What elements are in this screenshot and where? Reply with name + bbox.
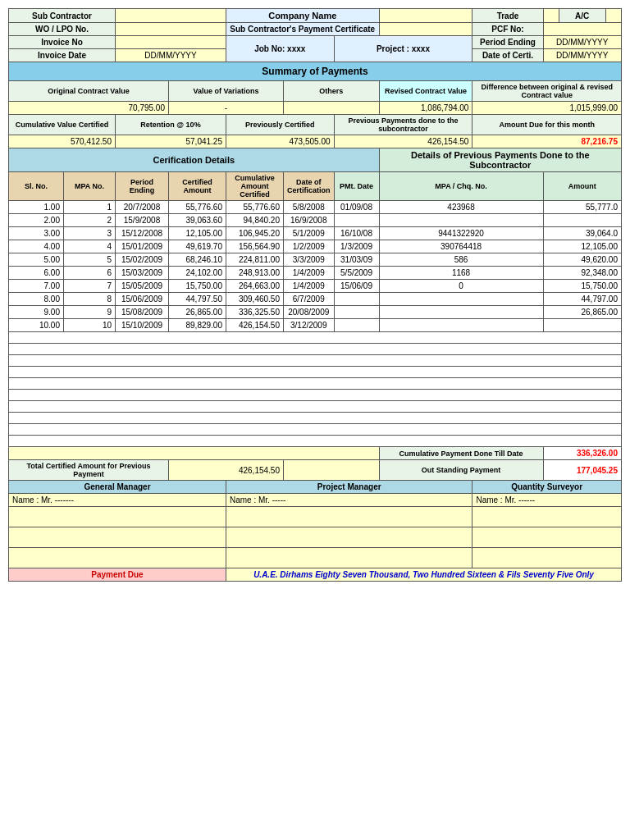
empty-row (9, 424, 622, 436)
general-manager-label: General Manager (9, 481, 226, 494)
amount-due-label: Amount Due for this month (472, 115, 622, 135)
col-amount: Amount (543, 172, 621, 201)
trade-label: Trade (472, 9, 543, 23)
previously-certified-value: 473,505.00 (226, 135, 335, 148)
empty-row (9, 367, 622, 378)
empty-row (9, 401, 622, 413)
manager-header-row: General Manager Project Manager Quantity… (9, 481, 622, 494)
empty-row (9, 344, 622, 355)
cumulative-payment-label: Cumulative Payment Done Till Date (379, 447, 543, 460)
table-row: 3.00 3 15/12/2008 12,105.00 106,945.20 5… (9, 227, 622, 240)
trade-value (543, 9, 559, 23)
cumulative-label: Cumulative Value Certified (9, 115, 116, 135)
revised-value: 1,086,794.00 (379, 102, 472, 115)
ac-label: A/C (559, 9, 605, 23)
amount-due-value: 87,216.75 (472, 135, 622, 148)
difference-value: 1,015,999.00 (472, 102, 622, 115)
col-chq-no: MPA / Chq. No. (379, 172, 543, 201)
table-row: 10.00 10 15/10/2009 89,829.00 426,154.50… (9, 319, 622, 332)
period-ending-label: Period Ending (472, 36, 543, 49)
main-document: Sub Contractor Company Name Trade A/C WO… (8, 8, 622, 582)
invoice-date-value: DD/MM/YYYY (116, 49, 226, 62)
project-manager-label: Project Manager (226, 481, 472, 494)
invoice-date-label: Invoice Date (9, 49, 116, 62)
payment-due-label: Payment Due (9, 568, 226, 582)
payment-due-row: Payment Due U.A.E. Dirhams Eighty Seven … (9, 568, 622, 582)
table-row: 5.00 5 15/02/2009 68,246.10 224,811.00 3… (9, 253, 622, 267)
table-row: 6.00 6 15/03/2009 24,102.00 248,913.00 1… (9, 267, 622, 280)
quantity-surveyor-label: Quantity Surveyor (472, 481, 622, 494)
col-pmt-date: PMt. Date (334, 172, 379, 201)
qs-name: Name : Mr. ------ (472, 494, 622, 507)
col-certified: Certified Amount (169, 172, 226, 201)
sub-contractor-value (116, 9, 226, 23)
table-row: 8.00 8 15/06/2009 44,797.50 309,460.50 6… (9, 293, 622, 306)
payment-cert-value (379, 23, 472, 36)
difference-label: Difference between original & revised Co… (472, 81, 622, 102)
period-ending-value: DD/MM/YYYY (543, 36, 621, 49)
sub-contractor-label: Sub Contractor (9, 9, 116, 23)
empty-row (9, 390, 622, 401)
col-date-cert: Date of Certification (284, 172, 335, 201)
empty-row (9, 355, 622, 367)
empty-row (9, 332, 622, 344)
total-certified-row: Total Certified Amount for Previous Paym… (9, 460, 622, 481)
previous-payments-label: Previous Payments done to the subcontrac… (334, 115, 472, 135)
company-name-value (379, 9, 472, 23)
table-row: 4.00 4 15/01/2009 49,619.70 156,564.90 1… (9, 240, 622, 253)
prev-payments-title: Details of Previous Payments Done to the… (379, 148, 621, 172)
date-certi-label: Date of Certi. (472, 49, 543, 62)
variations-value: - (169, 102, 284, 115)
invoice-no-value (116, 36, 226, 49)
pcf-no-value (543, 23, 621, 36)
outstanding-label: Out Standing Payment (379, 460, 543, 481)
table-row: 7.00 7 15/05/2009 15,750.00 264,663.00 1… (9, 280, 622, 293)
table-row: 1.00 1 20/7/2008 55,776.60 55,776.60 5/8… (9, 201, 622, 214)
empty-row (9, 413, 622, 424)
gm-name: Name : Mr. ------- (9, 494, 226, 507)
date-certi-value: DD/MM/YYYY (543, 49, 621, 62)
cumulative-payment-row: Cumulative Payment Done Till Date 336,32… (9, 447, 622, 460)
revised-contract-label: Revised Contract Value (379, 81, 472, 102)
ac-value (605, 9, 622, 23)
summary-title: Summary of Payments (9, 62, 622, 81)
col-sl-no: Sl. No. (9, 172, 64, 201)
signature-row-1 (9, 507, 622, 527)
col-cumulative: Cumulative Amount Certified (226, 172, 284, 201)
total-certified-label: Total Certified Amount for Previous Paym… (9, 460, 169, 481)
table-row: 9.00 9 15/08/2009 26,865.00 336,325.50 2… (9, 306, 622, 319)
retention-value: 57,041.25 (116, 135, 226, 148)
others-label: Others (284, 81, 380, 102)
previous-payments-value: 426,154.50 (334, 135, 472, 148)
signature-row-2 (9, 527, 622, 548)
col-period: Period Ending (116, 172, 169, 201)
wo-lpo-value (116, 23, 226, 36)
empty-row (9, 436, 622, 447)
signature-row-3 (9, 548, 622, 568)
table-row: 2.00 2 15/9/2008 39,063.60 94,840.20 16/… (9, 214, 622, 227)
retention-label: Retention @ 10% (116, 115, 226, 135)
value-variations-label: Value of Variations (169, 81, 284, 102)
outstanding-value: 177,045.25 (543, 460, 621, 481)
project-label: Project : xxxx (334, 36, 472, 62)
col-mpa-no: MPA No. (63, 172, 115, 201)
wo-lpo-label: WO / LPO No. (9, 23, 116, 36)
previously-certified-label: Previously Certified (226, 115, 335, 135)
pm-name: Name : Mr. ----- (226, 494, 472, 507)
company-name-label: Company Name (226, 9, 380, 23)
certification-title: Cerification Details (9, 148, 380, 172)
invoice-no-label: Invoice No (9, 36, 116, 49)
cumulative-value: 570,412.50 (9, 135, 116, 148)
job-no-label: Job No: xxxx (226, 36, 335, 62)
payment-due-text: U.A.E. Dirhams Eighty Seven Thousand, Tw… (226, 568, 622, 582)
cumulative-payment-value: 336,326.00 (543, 447, 621, 460)
empty-row (9, 378, 622, 390)
payment-cert-label: Sub Contractor's Payment Certificate (226, 23, 380, 36)
manager-names-row: Name : Mr. ------- Name : Mr. ----- Name… (9, 494, 622, 507)
pcf-no-label: PCF No: (472, 23, 543, 36)
total-certified-value: 426,154.50 (169, 460, 284, 481)
original-contract-label: Original Contract Value (9, 81, 169, 102)
others-value (284, 102, 380, 115)
original-value: 70,795.00 (9, 102, 169, 115)
